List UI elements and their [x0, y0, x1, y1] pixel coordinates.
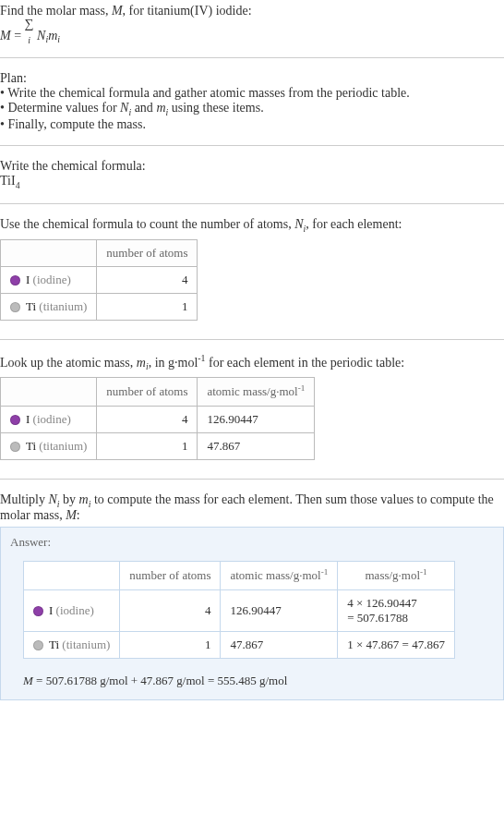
text: , in g·mol — [149, 355, 198, 369]
heading: Multiply Ni by mi to compute the mass fo… — [0, 492, 504, 524]
text: atomic mass/g·mol — [230, 569, 320, 583]
sup-neg1: -1 — [321, 567, 329, 577]
element-symbol: Ti — [26, 439, 36, 453]
plan-bullet-3: • Finally, compute the mass. — [0, 117, 504, 132]
element-symbol: I — [49, 603, 53, 617]
element-dot-icon — [10, 302, 20, 312]
intro-section: Find the molar mass, M, for titanium(IV)… — [0, 0, 504, 48]
header-atomic-mass: atomic mass/g·mol-1 — [221, 562, 338, 589]
intro-text2: , for titanium(IV) iodide: — [123, 4, 252, 18]
chemical-formula: TiI4 — [0, 174, 504, 190]
text: by — [60, 492, 79, 506]
table-row: Ti (titanium) 1 47.867 1 × 47.867 = 47.8… — [24, 631, 455, 658]
plan-bullet-2: • Determine values for Ni and mi using t… — [0, 101, 504, 117]
var-N: N — [49, 492, 57, 506]
var-N: N — [294, 217, 303, 231]
text: and — [131, 101, 156, 115]
header-atoms: number of atoms — [97, 239, 198, 266]
text: atomic mass/g·mol — [207, 385, 297, 399]
text: using these items. — [168, 101, 263, 115]
element-cell: I (iodine) — [24, 589, 120, 631]
heading: Use the chemical formula to count the nu… — [0, 217, 504, 234]
element-cell: Ti (titanium) — [1, 432, 97, 459]
sum-index: i — [28, 34, 30, 44]
sum-symbol: ∑i — [25, 18, 34, 44]
eq: = — [11, 29, 25, 43]
text: Look up the atomic mass, — [0, 355, 137, 369]
element-name: (iodine) — [33, 412, 71, 426]
var-m: m — [137, 355, 146, 369]
mass-value: 47.867 — [198, 432, 315, 459]
multiply-section: Multiply Ni by mi to compute the mass fo… — [0, 489, 504, 704]
atoms-value: 1 — [97, 432, 198, 459]
header-atoms: number of atoms — [120, 562, 221, 589]
text: Multiply — [0, 492, 49, 506]
divider — [0, 479, 504, 480]
element-symbol: Ti — [26, 299, 36, 313]
element-cell: I (iodine) — [1, 406, 97, 432]
var-m: m — [79, 492, 89, 506]
heading: Look up the atomic mass, mi, in g·mol-1 … — [0, 353, 504, 371]
plan-bullet-1: • Write the chemical formula and gather … — [0, 86, 504, 101]
atoms-table: number of atoms I (iodine) 4 Ti (titaniu… — [0, 239, 198, 321]
header-mass: mass/g·mol-1 — [338, 562, 455, 589]
intro-text: Find the molar mass, — [0, 4, 112, 18]
divider — [0, 57, 504, 58]
molar-mass-formula: M = ∑i Nimi — [0, 18, 504, 44]
element-cell: Ti (titanium) — [1, 293, 97, 320]
header-empty — [1, 239, 97, 266]
answer-label: Answer: — [10, 535, 494, 550]
element-dot-icon — [10, 275, 20, 285]
plan-section: Plan: • Write the chemical formula and g… — [0, 67, 504, 136]
element-name: (titanium) — [39, 299, 87, 313]
final-result: M = 507.61788 g/mol + 47.867 g/mol = 555… — [23, 674, 494, 688]
var-m: m — [156, 101, 165, 115]
mass-expr: 4 × 126.90447= 507.61788 — [338, 589, 455, 631]
header-atomic-mass: atomic mass/g·mol-1 — [198, 378, 315, 406]
text: for each element in the periodic table: — [205, 355, 404, 369]
atoms-value: 4 — [97, 406, 198, 432]
var-M: M — [66, 508, 77, 522]
heading: Write the chemical formula: — [0, 159, 504, 174]
table-row: Ti (titanium) 1 47.867 — [1, 432, 315, 459]
chemical-formula-section: Write the chemical formula: TiI4 — [0, 155, 504, 194]
header-atoms: number of atoms — [97, 378, 198, 406]
sup-neg1: -1 — [298, 383, 306, 393]
expr-b: = 507.61788 — [347, 611, 408, 625]
mass-value: 47.867 — [221, 631, 338, 658]
table-header-row: number of atoms atomic mass/g·mol-1 mass… — [24, 562, 455, 589]
sub-i: i — [57, 34, 60, 44]
divider — [0, 339, 504, 340]
expr-a: 4 × 126.90447 — [347, 596, 417, 610]
element-symbol: I — [26, 412, 30, 426]
answer-box: Answer: number of atoms atomic mass/g·mo… — [0, 527, 504, 699]
table-header-row: number of atoms atomic mass/g·mol-1 — [1, 378, 315, 406]
text: Use the chemical formula to count the nu… — [0, 217, 294, 231]
var-m: m — [48, 29, 57, 43]
element-cell: Ti (titanium) — [24, 631, 120, 658]
atoms-value: 1 — [120, 631, 221, 658]
table-row: Ti (titanium) 1 — [1, 293, 198, 320]
header-empty — [1, 378, 97, 406]
element-name: (iodine) — [56, 603, 94, 617]
element-dot-icon — [33, 606, 43, 616]
var-N: N — [34, 29, 46, 43]
plan-heading: Plan: — [0, 71, 504, 86]
element-cell: I (iodine) — [1, 266, 97, 293]
answer-table: number of atoms atomic mass/g·mol-1 mass… — [23, 561, 455, 658]
count-atoms-section: Use the chemical formula to count the nu… — [0, 213, 504, 330]
var-M: M — [23, 674, 33, 687]
table-row: I (iodine) 4 126.90447 — [1, 406, 315, 432]
atomic-mass-section: Look up the atomic mass, mi, in g·mol-1 … — [0, 349, 504, 469]
divider — [0, 145, 504, 146]
final-text: = 507.61788 g/mol + 47.867 g/mol = 555.4… — [33, 674, 288, 687]
var-M: M — [0, 29, 11, 43]
intro-line: Find the molar mass, M, for titanium(IV)… — [0, 4, 504, 18]
element-name: (titanium) — [39, 439, 87, 453]
atoms-value: 4 — [97, 266, 198, 293]
table-row: I (iodine) 4 126.90447 4 × 126.90447= 50… — [24, 589, 455, 631]
text: , for each element: — [306, 217, 402, 231]
divider — [0, 203, 504, 204]
atomic-mass-table: number of atoms atomic mass/g·mol-1 I (i… — [0, 377, 315, 459]
mass-value: 126.90447 — [198, 406, 315, 432]
